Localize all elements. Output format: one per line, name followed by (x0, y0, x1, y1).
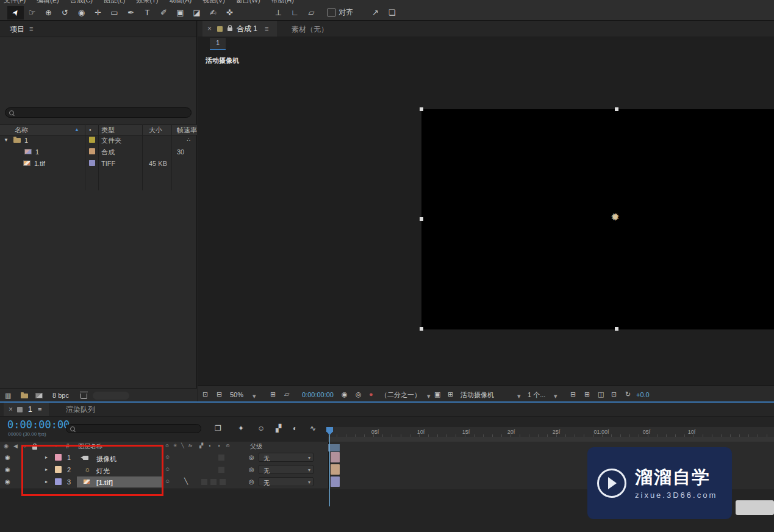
menu-composition[interactable]: 合成(C) (70, 0, 93, 5)
menu-layer[interactable]: 图层(L) (104, 0, 125, 5)
selection-handle[interactable] (615, 327, 618, 331)
panel-menu-icon[interactable]: ≡ (29, 26, 33, 32)
region-of-interest-icon[interactable]: ▣ (434, 391, 440, 398)
menu-animation[interactable]: 动画(A) (170, 0, 192, 5)
project-row-folder[interactable]: ▼ 1 文件夹 ∴ (0, 134, 197, 146)
channels-icon[interactable]: ● (369, 391, 373, 398)
flowchart-pill[interactable] (93, 392, 129, 400)
pickwhip-icon[interactable]: ◎ (249, 479, 254, 485)
sort-asc-icon[interactable]: ▲ (74, 128, 79, 132)
parent-dropdown[interactable]: 无 ▾ (259, 453, 314, 462)
camera-tool[interactable]: ◉ (73, 6, 90, 20)
shy-toggle-icon[interactable]: ☺ (165, 479, 170, 484)
parent-dropdown[interactable]: 无 ▾ (259, 465, 314, 474)
comp-subtab[interactable]: 1 (210, 38, 226, 50)
time-ruler[interactable]: 05f 10f 15f 20f 25f 01:00f 05f 10f (328, 427, 774, 437)
composition-tab[interactable]: × 合成 1 ≡ (202, 21, 277, 37)
primary-viewer-icon[interactable]: ⊟ (217, 391, 222, 398)
horizontal-scrollbar-thumb[interactable] (736, 500, 774, 515)
eraser-tool[interactable]: ◪ (188, 6, 205, 20)
layer-duration-bar[interactable] (331, 452, 340, 462)
light-point-of-interest-icon[interactable]: ✹ (611, 212, 620, 223)
label-chip[interactable] (89, 137, 95, 143)
pixel-aspect-icon[interactable]: ⊞ (584, 391, 590, 398)
pen-tool[interactable]: ✒ (123, 6, 139, 20)
timeline-view-icon[interactable]: ⊡ (611, 391, 617, 398)
close-icon[interactable]: × (9, 406, 13, 413)
bpc-button[interactable]: 8 bpc (52, 392, 69, 399)
viewer-timecode[interactable]: 0:00:00:00 (302, 392, 334, 398)
zoom-tool[interactable]: ⊕ (40, 6, 57, 20)
playhead-line[interactable] (329, 427, 330, 506)
snapshot-icon[interactable]: ◉ (342, 391, 348, 398)
menu-window[interactable]: 窗口(W) (236, 0, 260, 5)
rectangle-tool[interactable]: ▭ (106, 6, 123, 20)
layer-duration-bar[interactable] (331, 464, 340, 475)
collapse-column-icon[interactable]: ✳ (173, 444, 177, 448)
selection-handle[interactable] (615, 107, 618, 111)
switch-box[interactable] (210, 479, 217, 485)
fast-previews-icon[interactable]: ◫ (598, 391, 604, 398)
frame-blend-column-icon[interactable]: ▞ (199, 444, 203, 448)
list-view-icon[interactable]: ▥ (5, 392, 11, 399)
disclosure-icon[interactable]: ▼ (4, 138, 9, 143)
project-search[interactable] (5, 107, 192, 118)
axis-view-button[interactable]: ▱ (303, 6, 320, 20)
motion-path-button[interactable]: ↗ (367, 6, 384, 20)
label-chip[interactable] (89, 160, 95, 166)
frame-blending-icon[interactable]: ▞ (276, 425, 281, 432)
switch-box[interactable] (220, 479, 226, 485)
layer-duration-bar[interactable] (331, 476, 340, 487)
brush-tool[interactable]: ✐ (156, 6, 172, 20)
selection-tool[interactable]: ➤ (7, 6, 24, 20)
column-size[interactable]: 大小 (149, 127, 162, 134)
preview-toggle-icon[interactable]: ⊡ (202, 391, 208, 398)
project-row-comp[interactable]: 1 合成 30 (0, 146, 197, 157)
grid-guides-icon[interactable]: ⊞ (270, 391, 276, 398)
region-button[interactable]: ❏ (384, 6, 400, 20)
composition-view[interactable]: ✹ (421, 109, 774, 329)
switch-box[interactable] (218, 467, 224, 473)
eye-icon[interactable]: ◉ (5, 455, 10, 461)
pickwhip-icon[interactable]: ◎ (249, 455, 254, 461)
shy-column-icon[interactable]: ☺ (165, 444, 170, 448)
adjustment-column-icon[interactable]: ◑ (217, 444, 220, 448)
hand-tool[interactable]: ☞ (24, 6, 40, 20)
exposure-value[interactable]: +0.0 (636, 392, 650, 398)
hide-shy-layers-icon[interactable]: ☺ (257, 425, 265, 432)
selection-handle[interactable] (420, 327, 423, 331)
audio-column-icon[interactable]: ◀ (13, 444, 18, 449)
timeline-comp-tab[interactable]: × 1 ≡ (4, 403, 49, 416)
mask-visibility-icon[interactable]: ▱ (284, 391, 289, 398)
project-row-tif[interactable]: 1.tif TIFF 45 KB (0, 157, 197, 169)
motion-blur-column-icon[interactable]: ◐ (209, 444, 212, 448)
clone-stamp-tool[interactable]: ▣ (172, 6, 188, 20)
parent-column[interactable]: 父级 (250, 444, 262, 450)
axis-world-button[interactable]: ∟ (287, 6, 303, 20)
view-count-dropdown[interactable]: 1 个... (528, 392, 545, 398)
quality-toggle-icon[interactable]: ╲ (184, 478, 188, 484)
column-fps[interactable]: 帧速率 (177, 127, 197, 134)
shy-toggle-icon[interactable]: ☺ (165, 455, 170, 460)
zoom-dropdown[interactable]: 50% (230, 392, 243, 398)
current-timecode[interactable]: 0:00:00:00 (7, 420, 70, 430)
footage-tab[interactable]: 素材（无） (292, 26, 328, 33)
parent-dropdown[interactable]: 无 ▾ (259, 477, 314, 486)
rotation-tool[interactable]: ↺ (57, 6, 73, 20)
show-snapshot-icon[interactable]: ◎ (356, 391, 362, 398)
lock-icon[interactable] (228, 27, 232, 31)
quality-column-icon[interactable]: ╲ (181, 444, 184, 448)
new-folder-icon[interactable] (21, 394, 28, 398)
pan-behind-tool[interactable]: ✛ (90, 6, 106, 20)
camera-view-dropdown[interactable]: 活动摄像机 (460, 392, 494, 398)
eye-icon[interactable]: ◉ (5, 467, 10, 473)
3d-column-icon[interactable]: ⊙ (226, 444, 230, 448)
roto-brush-tool[interactable]: ✍ (205, 6, 221, 20)
switch-box[interactable] (201, 479, 207, 485)
menu-edit[interactable]: 编辑(E) (37, 0, 59, 5)
menu-help[interactable]: 帮助(H) (271, 0, 294, 5)
eye-column-icon[interactable]: ◉ (4, 444, 9, 449)
shy-toggle-icon[interactable]: ☺ (165, 467, 170, 472)
project-search-input[interactable] (18, 109, 185, 118)
project-tab[interactable]: 项目 (10, 26, 24, 33)
